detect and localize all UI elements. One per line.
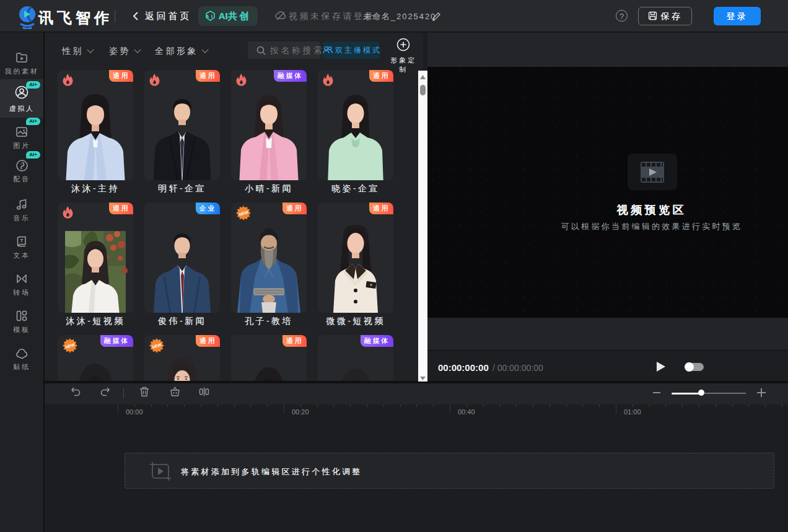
svg-text:T: T	[20, 238, 24, 243]
svg-text:AI: AI	[206, 14, 215, 19]
